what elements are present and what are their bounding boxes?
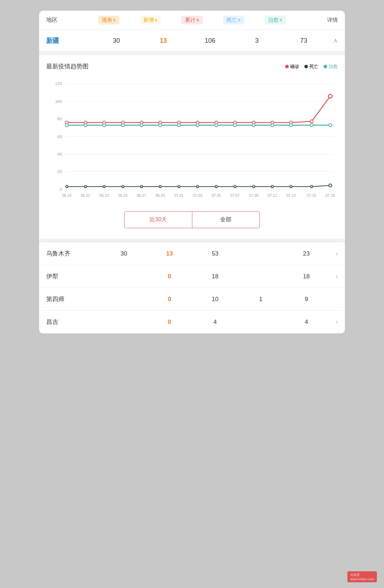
svg-point-67	[215, 185, 217, 188]
xinjiang-chevron[interactable]: ∧	[327, 37, 338, 44]
svg-point-43	[329, 94, 332, 98]
sub-new-4th: 0	[146, 296, 192, 303]
svg-point-54	[252, 124, 255, 126]
svg-point-69	[252, 185, 255, 188]
legend-recover: 治愈	[324, 63, 338, 70]
svg-point-62	[122, 185, 124, 188]
recover-badge[interactable]: 治愈 ⇅	[265, 16, 286, 25]
svg-text:07.18: 07.18	[326, 193, 335, 198]
total-sort-icon: ⇅	[196, 18, 199, 22]
filter-30days-button[interactable]: 近30天	[124, 211, 192, 228]
sub-name-ili: 伊犁	[46, 272, 101, 280]
svg-point-56	[289, 124, 292, 126]
sub-death-4th: 1	[238, 296, 283, 303]
svg-text:06.27: 06.27	[137, 193, 146, 198]
svg-text:20: 20	[57, 169, 62, 174]
svg-point-53	[234, 124, 236, 126]
svg-text:0: 0	[60, 187, 62, 191]
legend-recover-dot	[324, 65, 327, 68]
svg-point-51	[196, 124, 199, 126]
col-total: 累计 ⇅	[171, 16, 213, 25]
recover-sort-icon: ⇅	[279, 18, 282, 22]
new-badge[interactable]: 新增 ⇅	[140, 16, 161, 25]
svg-point-68	[234, 185, 236, 188]
sub-total-4th: 10	[192, 296, 238, 303]
svg-text:60: 60	[57, 134, 62, 139]
chart-title: 最新疫情趋势图	[46, 62, 89, 70]
col-current: 现有 ⇅	[88, 16, 129, 25]
xinjiang-name[interactable]: 新疆	[46, 36, 93, 45]
sub-chevron-changji[interactable]: ›	[329, 318, 338, 326]
sub-recover-changji: 4	[284, 319, 329, 326]
sub-recover-urumqi: 23	[284, 250, 329, 257]
chart-section: 最新疫情趋势图 确诊 死亡 治愈	[39, 55, 345, 239]
legend-death: 死亡	[304, 63, 319, 70]
new-sort-icon: ⇅	[155, 18, 158, 22]
svg-point-55	[271, 124, 274, 126]
sub-region-row[interactable]: 伊犁 0 18 18 ›	[39, 265, 345, 288]
svg-text:06.25: 06.25	[118, 193, 127, 198]
death-badge[interactable]: 死亡 ⇅	[223, 16, 244, 25]
sub-new-ili: 0	[146, 273, 192, 280]
sub-region-row[interactable]: 昌吉 0 4 4 ›	[39, 311, 345, 334]
watermark: 论体育 www.luntiyu.com	[347, 571, 377, 582]
svg-point-72	[310, 185, 313, 188]
svg-text:06.21: 06.21	[81, 193, 90, 198]
chart-header: 最新疫情趋势图 确诊 死亡 治愈	[46, 62, 338, 70]
svg-text:40: 40	[57, 152, 62, 156]
svg-text:07.15: 07.15	[307, 193, 316, 198]
svg-text:100: 100	[55, 99, 62, 104]
svg-text:07.11: 07.11	[268, 193, 277, 198]
svg-text:06.29: 06.29	[155, 193, 165, 198]
brand-url: www.luntiyu.com	[350, 577, 374, 581]
xinjiang-current: 30	[93, 37, 140, 44]
svg-text:07.03: 07.03	[193, 193, 202, 198]
chart-legend: 确诊 死亡 治愈	[285, 63, 338, 70]
xinjiang-total: 106	[187, 37, 234, 44]
sub-region-row: 第四师 0 10 1 9	[39, 288, 345, 311]
filter-row: 近30天 全部	[124, 211, 260, 228]
sub-chevron-urumqi[interactable]: ›	[329, 250, 338, 257]
brand-name: 论体育	[350, 573, 374, 577]
svg-point-42	[310, 120, 313, 123]
sub-total-ili: 18	[192, 273, 238, 280]
svg-text:07.01: 07.01	[174, 193, 183, 198]
svg-point-45	[84, 124, 87, 126]
line-chart: 120 100 80 60 40 20 0 06.19 06.21 06.23 …	[46, 76, 338, 204]
svg-point-60	[84, 185, 86, 188]
sub-recover-4th: 9	[284, 296, 329, 303]
svg-text:07.05: 07.05	[212, 193, 221, 198]
col-recover: 治愈 ⇅	[255, 16, 296, 25]
svg-point-50	[177, 124, 180, 126]
xinjiang-recover: 73	[280, 37, 327, 44]
svg-point-47	[121, 124, 124, 126]
xinjiang-row[interactable]: 新疆 30 13 106 3 73 ∧	[39, 30, 345, 52]
svg-text:120: 120	[55, 81, 62, 86]
filter-all-button[interactable]: 全部	[192, 211, 260, 228]
svg-point-66	[197, 185, 199, 188]
svg-point-57	[310, 124, 313, 126]
sub-name-urumqi: 乌鲁木齐	[46, 250, 101, 258]
sub-chevron-ili[interactable]: ›	[329, 273, 338, 280]
legend-confirmed: 确诊	[285, 63, 299, 70]
svg-point-46	[103, 124, 106, 126]
sub-new-urumqi: 13	[146, 250, 192, 257]
svg-text:06.19: 06.19	[62, 193, 71, 198]
sub-region-row[interactable]: 乌鲁木齐 30 13 53 23 ›	[39, 242, 345, 265]
sub-new-changji: 0	[146, 319, 192, 326]
xinjiang-new: 13	[140, 37, 187, 44]
total-badge[interactable]: 累计 ⇅	[181, 16, 203, 25]
current-sort-icon: ⇅	[113, 18, 116, 22]
sub-current-urumqi: 30	[101, 250, 146, 257]
svg-point-61	[103, 185, 105, 188]
svg-text:07.07: 07.07	[230, 193, 240, 198]
sub-name-changji: 昌吉	[46, 318, 101, 326]
svg-point-70	[271, 185, 273, 188]
sub-name-4th: 第四师	[46, 295, 101, 303]
legend-death-dot	[304, 65, 308, 68]
svg-point-63	[140, 185, 143, 188]
xinjiang-death: 3	[234, 37, 281, 44]
svg-text:80: 80	[57, 116, 62, 121]
sub-recover-ili: 18	[284, 273, 329, 280]
current-badge[interactable]: 现有 ⇅	[98, 16, 119, 25]
